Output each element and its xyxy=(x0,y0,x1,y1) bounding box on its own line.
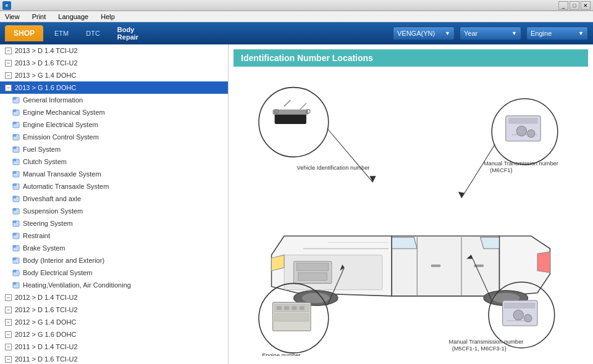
tree-label-7: Emission Control System xyxy=(23,132,99,142)
tree-label-11: Automatic Transaxle System xyxy=(23,181,109,191)
tree-item-1[interactable]: −2013 > D 1.6 TCI-U2 xyxy=(0,57,228,69)
tree-icon-22: − xyxy=(5,319,12,326)
tree-label-23: 2012 > G 1.6 DOHC xyxy=(15,329,76,339)
tree-item-13[interactable]: Suspension System xyxy=(0,205,228,217)
tree-item-22[interactable]: −2012 > G 1.4 DOHC xyxy=(0,316,228,328)
tree-label-0: 2013 > D 1.4 TCI-U2 xyxy=(15,46,78,56)
tree-icon-10 xyxy=(12,170,20,178)
tree-item-7[interactable]: Emission Control System xyxy=(0,131,228,143)
tree-item-16[interactable]: Brake System xyxy=(0,242,228,254)
tree-item-10[interactable]: Manual Transaxle System xyxy=(0,168,228,180)
tree-icon-0: − xyxy=(5,48,12,54)
title-bar-left: e xyxy=(2,1,11,10)
svg-rect-57 xyxy=(509,118,537,123)
svg-rect-69 xyxy=(284,306,289,310)
tree-item-25[interactable]: −2011 > D 1.6 TCI-U2 xyxy=(0,353,228,364)
tree-label-25: 2011 > D 1.6 TCI-U2 xyxy=(15,354,78,364)
menu-language[interactable]: Language xyxy=(56,12,91,22)
tree-label-22: 2012 > G 1.4 DOHC xyxy=(15,317,76,327)
svg-rect-71 xyxy=(300,306,305,310)
svg-text:(M6CF1): (M6CF1) xyxy=(490,167,512,173)
svg-rect-70 xyxy=(292,306,296,310)
tree-label-20: 2012 > D 1.4 TCI-U2 xyxy=(15,292,78,302)
svg-rect-5 xyxy=(13,122,16,124)
svg-rect-29 xyxy=(13,270,16,272)
tree-icon-21: − xyxy=(5,307,12,313)
menu-print[interactable]: Print xyxy=(30,12,49,22)
tree-icon-5 xyxy=(12,109,20,116)
tree-label-8: Fuel System xyxy=(23,144,61,154)
tree-item-4[interactable]: General Information xyxy=(0,94,228,106)
tree-icon-14 xyxy=(12,220,20,227)
tree-label-21: 2012 > D 1.6 TCI-U2 xyxy=(15,305,78,315)
tree-item-0[interactable]: −2013 > D 1.4 TCI-U2 xyxy=(0,44,228,57)
diagram-area: Vehicle Identification number Manual Tra… xyxy=(233,72,588,357)
svg-rect-47 xyxy=(297,263,329,271)
close-button[interactable]: ✕ xyxy=(581,1,591,10)
restore-button[interactable]: □ xyxy=(570,1,579,10)
tree-label-24: 2011 > D 1.4 TCI-U2 xyxy=(15,342,78,352)
svg-rect-23 xyxy=(13,233,16,235)
tab-shop[interactable]: SHOP xyxy=(5,25,43,41)
minimize-button[interactable]: _ xyxy=(558,1,568,10)
tab-dtc[interactable]: DTC xyxy=(80,26,106,41)
tree-item-9[interactable]: Clutch System xyxy=(0,155,228,168)
tree-label-17: Body (Interior and Exterior) xyxy=(23,255,104,265)
svg-rect-1 xyxy=(13,97,16,99)
tree-item-5[interactable]: Engine Mechanical System xyxy=(0,106,228,118)
tree-item-2[interactable]: −2013 > G 1.4 DOHC xyxy=(0,69,228,81)
tree-item-23[interactable]: −2012 > G 1.6 DOHC xyxy=(0,328,228,341)
tree-item-15[interactable]: Restraint xyxy=(0,230,228,242)
dropdown-model[interactable]: VENGA(YN) ▼ xyxy=(393,27,455,40)
tree-item-8[interactable]: Fuel System xyxy=(0,143,228,155)
svg-rect-68 xyxy=(277,306,282,310)
tree-item-17[interactable]: Body (Interior and Exterior) xyxy=(0,254,228,267)
tree-icon-2: − xyxy=(5,72,12,79)
content-title: Identification Number Locations xyxy=(233,49,588,67)
tree-item-11[interactable]: Automatic Transaxle System xyxy=(0,180,228,192)
dropdown-engine[interactable]: Engine ▼ xyxy=(526,27,588,40)
svg-rect-27 xyxy=(13,258,16,260)
tree-label-14: Steering System xyxy=(23,218,73,228)
svg-text:(M5CF1-1, M6CF3-1): (M5CF1-1, M6CF3-1) xyxy=(452,345,507,352)
identification-diagram: Vehicle Identification number Manual Tra… xyxy=(233,72,588,356)
content-area[interactable]: Identification Number Locations xyxy=(229,44,593,364)
tree-label-13: Suspension System xyxy=(23,206,83,216)
tree-icon-1: − xyxy=(5,60,12,67)
svg-rect-15 xyxy=(13,184,16,186)
app-logo: e xyxy=(2,1,11,10)
tree-item-3[interactable]: −2013 > G 1.6 DOHC xyxy=(0,81,228,94)
tree-item-14[interactable]: Steering System xyxy=(0,217,228,230)
tab-etm[interactable]: ETM xyxy=(48,26,75,41)
tree-item-18[interactable]: Body Electrical System xyxy=(0,267,228,279)
svg-rect-11 xyxy=(13,159,16,161)
tree-item-20[interactable]: −2012 > D 1.4 TCI-U2 xyxy=(0,291,228,304)
sidebar[interactable]: −2013 > D 1.4 TCI-U2−2013 > D 1.6 TCI-U2… xyxy=(0,44,229,364)
svg-rect-48 xyxy=(298,273,327,280)
svg-rect-67 xyxy=(275,314,309,321)
tree-icon-20: − xyxy=(5,294,12,301)
svg-line-36 xyxy=(300,103,306,109)
title-bar-controls[interactable]: _ □ ✕ xyxy=(558,1,591,10)
menu-help[interactable]: Help xyxy=(98,12,117,22)
tree-item-24[interactable]: −2011 > D 1.4 TCI-U2 xyxy=(0,341,228,353)
svg-rect-21 xyxy=(13,221,16,223)
tab-body-repair[interactable]: BodyRepair xyxy=(111,22,145,44)
tree-item-12[interactable]: Driveshaft and axle xyxy=(0,192,228,205)
tree-item-19[interactable]: Heating,Ventilation, Air Conditioning xyxy=(0,279,228,291)
menu-view[interactable]: View xyxy=(2,12,22,22)
svg-rect-13 xyxy=(13,172,16,173)
tree-item-6[interactable]: Engine Electrical System xyxy=(0,118,228,131)
tree-icon-4 xyxy=(12,96,20,104)
tree-item-21[interactable]: −2012 > D 1.6 TCI-U2 xyxy=(0,304,228,316)
svg-point-40 xyxy=(302,293,330,303)
svg-rect-19 xyxy=(13,209,16,210)
tree-label-3: 2013 > G 1.6 DOHC xyxy=(15,83,76,93)
tree-label-15: Restraint xyxy=(23,231,50,241)
tree-icon-25: − xyxy=(5,356,12,363)
tree-label-19: Heating,Ventilation, Air Conditioning xyxy=(23,280,131,290)
engine-number-label: Engine number xyxy=(262,352,301,356)
main-content: −2013 > D 1.4 TCI-U2−2013 > D 1.6 TCI-U2… xyxy=(0,44,593,364)
dropdown-year[interactable]: Year ▼ xyxy=(460,27,521,40)
svg-line-35 xyxy=(284,100,290,106)
